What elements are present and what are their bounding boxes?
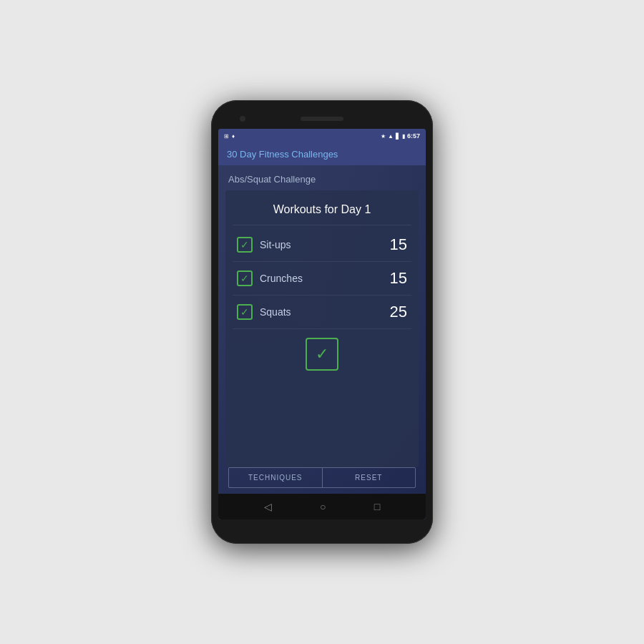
image-status-icon: ⊞ bbox=[224, 133, 229, 140]
crunches-check-icon: ✓ bbox=[240, 273, 249, 283]
phone-top-bar bbox=[218, 110, 426, 127]
crunches-checkbox[interactable]: ✓ bbox=[237, 270, 253, 286]
workout-card: Workouts for Day 1 ✓ Sit-ups 15 ✓ Crunch… bbox=[225, 190, 419, 467]
phone-device: ⊞ ♦ ★ ▲ ▋ ▮ 6:57 30 Day Fitness Challeng… bbox=[211, 100, 433, 544]
status-time: 6:57 bbox=[407, 132, 420, 140]
workout-item-situps[interactable]: ✓ Sit-ups 15 bbox=[233, 228, 411, 262]
app-title: 30 Day Fitness Challenges bbox=[227, 149, 338, 160]
phone-bottom-bar bbox=[218, 519, 426, 534]
reset-button[interactable]: RESET bbox=[322, 467, 416, 488]
nav-bar: ◁ ○ □ bbox=[218, 494, 426, 519]
phone-speaker bbox=[301, 117, 343, 121]
recent-button[interactable]: □ bbox=[374, 501, 380, 512]
situps-label: Sit-ups bbox=[260, 239, 381, 250]
bottom-buttons: TECHNIQUES RESET bbox=[225, 467, 419, 488]
squats-checkbox[interactable]: ✓ bbox=[237, 304, 253, 320]
confirm-check-icon: ✓ bbox=[316, 345, 328, 364]
screen-content: Abs/Squat Challenge Workouts for Day 1 ✓… bbox=[218, 165, 426, 494]
workout-item-crunches[interactable]: ✓ Crunches 15 bbox=[233, 262, 411, 296]
status-bar: ⊞ ♦ ★ ▲ ▋ ▮ 6:57 bbox=[218, 129, 426, 143]
squats-count: 25 bbox=[381, 303, 407, 321]
challenge-title: Abs/Squat Challenge bbox=[225, 174, 419, 185]
situps-check-icon: ✓ bbox=[240, 240, 249, 250]
situps-count: 15 bbox=[381, 235, 407, 254]
status-bar-right: ★ ▲ ▋ ▮ 6:57 bbox=[381, 132, 420, 140]
confirm-button-wrapper: ✓ bbox=[233, 329, 411, 376]
phone-screen: ⊞ ♦ ★ ▲ ▋ ▮ 6:57 30 Day Fitness Challeng… bbox=[218, 129, 426, 519]
phone-camera bbox=[240, 116, 245, 122]
back-button[interactable]: ◁ bbox=[264, 501, 272, 512]
situps-checkbox[interactable]: ✓ bbox=[237, 237, 253, 253]
signal-icon: ▋ bbox=[396, 133, 400, 140]
techniques-button[interactable]: TECHNIQUES bbox=[228, 467, 322, 488]
home-button[interactable]: ○ bbox=[320, 501, 326, 512]
squats-label: Squats bbox=[260, 306, 381, 318]
app-bar: 30 Day Fitness Challenges bbox=[218, 143, 426, 165]
star-icon: ★ bbox=[381, 133, 386, 140]
workout-item-squats[interactable]: ✓ Squats 25 bbox=[233, 296, 411, 329]
status-bar-left: ⊞ ♦ bbox=[224, 133, 235, 140]
confirm-button[interactable]: ✓ bbox=[306, 338, 338, 371]
squats-check-icon: ✓ bbox=[240, 307, 249, 317]
crunches-label: Crunches bbox=[260, 273, 381, 284]
crunches-count: 15 bbox=[381, 269, 407, 288]
settings-status-icon: ♦ bbox=[232, 133, 235, 140]
wifi-icon: ▲ bbox=[388, 133, 394, 140]
battery-icon: ▮ bbox=[402, 133, 405, 140]
workout-day-title: Workouts for Day 1 bbox=[233, 197, 411, 225]
